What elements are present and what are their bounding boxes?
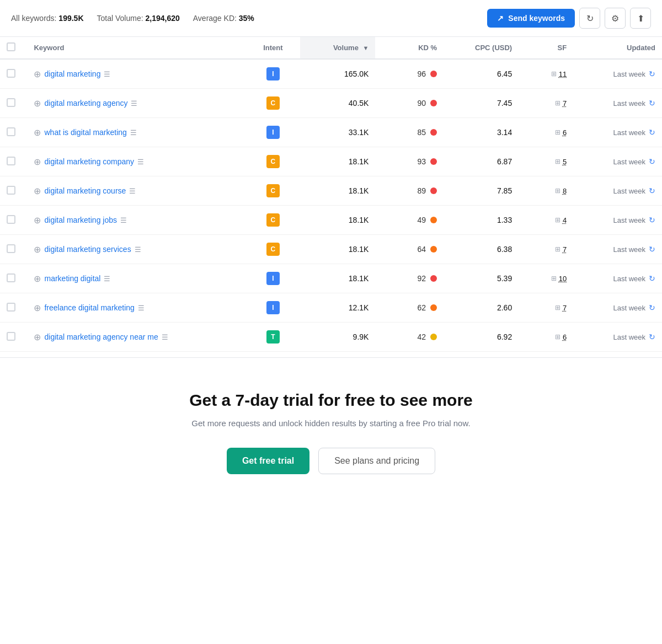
updated-text: Last week <box>613 216 645 224</box>
col-header-volume[interactable]: Volume ▼ <box>300 37 375 59</box>
volume-cell: 18.1K <box>300 147 375 176</box>
sf-icon: ⊞ <box>555 158 560 165</box>
updated-cell: Last week ↻ <box>573 118 662 147</box>
row-checkbox-cell <box>0 89 27 118</box>
table-row: ⊕ digital marketing jobs ☰ C 18.1K 49 1.… <box>0 206 662 235</box>
row-refresh-icon[interactable]: ↻ <box>649 69 655 78</box>
row-checkbox-cell <box>0 206 27 235</box>
export-icon: ⬆ <box>637 13 644 24</box>
cta-buttons: Get free trial See plans and pricing <box>22 448 640 474</box>
keyword-link[interactable]: digital marketing <box>44 69 100 78</box>
cpc-cell: 6.38 <box>444 235 519 264</box>
keyword-link[interactable]: marketing digital <box>44 274 100 283</box>
see-plans-button[interactable]: See plans and pricing <box>318 448 435 474</box>
updated-cell: Last week ↻ <box>573 176 662 206</box>
kd-cell: 89 <box>375 176 444 206</box>
keyword-link[interactable]: what is digital marketing <box>44 128 126 137</box>
table-row: ⊕ digital marketing services ☰ C 18.1K 6… <box>0 235 662 264</box>
volume-cell: 18.1K <box>300 206 375 235</box>
row-checkbox-9[interactable] <box>7 332 15 341</box>
export-button[interactable]: ⬆ <box>630 8 651 29</box>
table-row: ⊕ freelance digital marketing ☰ I 12.1K … <box>0 293 662 323</box>
expand-keyword-icon[interactable]: ⊕ <box>34 69 41 79</box>
kd-dot <box>430 217 437 223</box>
expand-keyword-icon[interactable]: ⊕ <box>34 98 41 109</box>
header-actions: ↗ Send keywords ↻ ⚙ ⬆ <box>487 8 651 29</box>
refresh-button[interactable]: ↻ <box>579 8 600 29</box>
select-all-checkbox[interactable] <box>7 42 15 51</box>
row-checkbox-5[interactable] <box>7 215 15 224</box>
table-row: ⊕ digital marketing ☰ I 165.0K 96 6.45 ⊞ <box>0 59 662 89</box>
total-volume-stat: Total Volume: 2,194,620 <box>97 14 180 23</box>
col-header-keyword: Keyword <box>27 37 245 59</box>
row-checkbox-cell <box>0 264 27 293</box>
table-row: ⊕ digital marketing agency near me ☰ T 9… <box>0 323 662 352</box>
keyword-list-icon: ☰ <box>137 158 144 166</box>
keyword-link[interactable]: digital marketing agency near me <box>44 332 158 341</box>
row-refresh-icon[interactable]: ↻ <box>649 157 655 166</box>
expand-keyword-icon[interactable]: ⊕ <box>34 303 41 313</box>
expand-keyword-icon[interactable]: ⊕ <box>34 215 41 226</box>
send-keywords-button[interactable]: ↗ Send keywords <box>487 9 575 28</box>
kd-cell: 92 <box>375 264 444 293</box>
expand-keyword-icon[interactable]: ⊕ <box>34 332 41 342</box>
intent-cell: I <box>245 293 300 323</box>
row-refresh-icon[interactable]: ↻ <box>649 245 655 254</box>
row-checkbox-0[interactable] <box>7 69 15 78</box>
row-checkbox-3[interactable] <box>7 157 15 165</box>
row-checkbox-2[interactable] <box>7 127 15 136</box>
row-refresh-icon[interactable]: ↻ <box>649 216 655 224</box>
settings-button[interactable]: ⚙ <box>605 8 626 29</box>
intent-cell: C <box>245 206 300 235</box>
keywords-table-wrapper: Keyword Intent Volume ▼ KD % CPC (USD) S… <box>0 37 662 352</box>
keyword-link[interactable]: digital marketing services <box>44 245 131 254</box>
volume-cell: 18.1K <box>300 264 375 293</box>
kd-dot <box>430 304 437 311</box>
keyword-link[interactable]: digital marketing jobs <box>44 216 117 224</box>
get-free-trial-button[interactable]: Get free trial <box>227 448 309 474</box>
expand-keyword-icon[interactable]: ⊕ <box>34 157 41 167</box>
keyword-link[interactable]: digital marketing agency <box>44 99 127 108</box>
volume-cell: 33.1K <box>300 118 375 147</box>
sf-cell: ⊞ 4 <box>519 206 573 235</box>
row-refresh-icon[interactable]: ↻ <box>649 186 655 195</box>
row-checkbox-4[interactable] <box>7 186 15 195</box>
updated-cell: Last week ↻ <box>573 89 662 118</box>
expand-keyword-icon[interactable]: ⊕ <box>34 244 41 255</box>
row-refresh-icon[interactable]: ↻ <box>649 274 655 283</box>
expand-keyword-icon[interactable]: ⊕ <box>34 186 41 196</box>
updated-text: Last week <box>613 158 645 166</box>
row-checkbox-7[interactable] <box>7 273 15 282</box>
table-row: ⊕ marketing digital ☰ I 18.1K 92 5.39 ⊞ … <box>0 264 662 293</box>
updated-cell: Last week ↻ <box>573 264 662 293</box>
row-refresh-icon[interactable]: ↻ <box>649 99 655 108</box>
kd-cell: 62 <box>375 293 444 323</box>
row-checkbox-6[interactable] <box>7 244 15 253</box>
row-refresh-icon[interactable]: ↻ <box>649 332 655 341</box>
row-checkbox-cell <box>0 323 27 352</box>
sf-value: 8 <box>563 187 567 195</box>
row-refresh-icon[interactable]: ↻ <box>649 128 655 137</box>
intent-badge: C <box>266 243 280 256</box>
updated-text: Last week <box>613 245 645 254</box>
keyword-link[interactable]: freelance digital marketing <box>44 303 134 312</box>
table-row: ⊕ digital marketing company ☰ C 18.1K 93… <box>0 147 662 176</box>
sf-value: 5 <box>563 158 567 166</box>
row-checkbox-1[interactable] <box>7 98 15 107</box>
keyword-list-icon: ☰ <box>120 216 127 224</box>
sf-cell: ⊞ 7 <box>519 235 573 264</box>
keyword-link[interactable]: digital marketing course <box>44 186 126 195</box>
row-checkbox-cell <box>0 59 27 89</box>
kd-cell: 64 <box>375 235 444 264</box>
expand-keyword-icon[interactable]: ⊕ <box>34 127 41 138</box>
updated-cell: Last week ↻ <box>573 59 662 89</box>
col-header-checkbox <box>0 37 27 59</box>
keyword-link[interactable]: digital marketing company <box>44 157 134 166</box>
intent-cell: C <box>245 89 300 118</box>
row-checkbox-8[interactable] <box>7 303 15 312</box>
expand-keyword-icon[interactable]: ⊕ <box>34 273 41 284</box>
intent-badge: C <box>266 184 280 197</box>
sf-icon: ⊞ <box>555 216 560 224</box>
intent-badge: C <box>266 96 280 110</box>
row-refresh-icon[interactable]: ↻ <box>649 303 655 312</box>
